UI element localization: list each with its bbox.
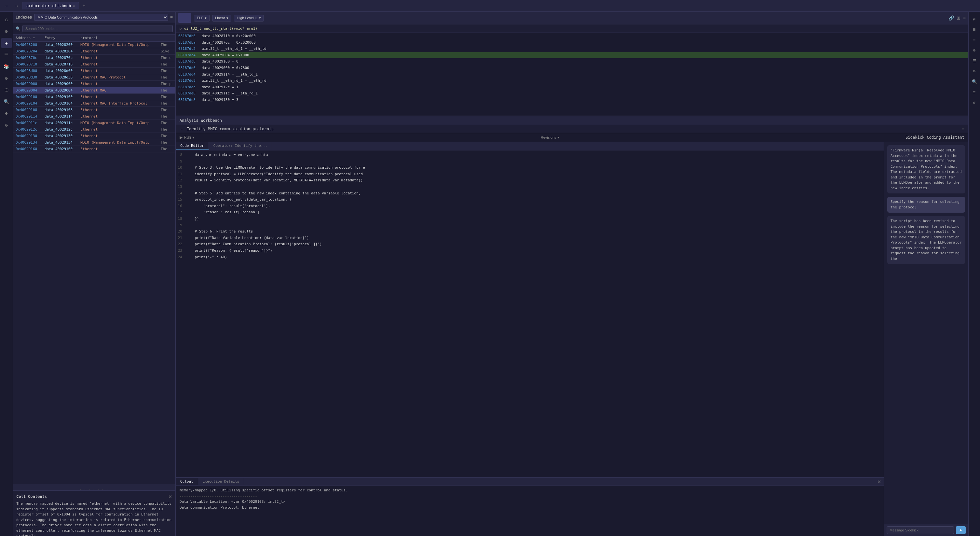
rs-search-icon[interactable]: 🔍 [970,77,979,86]
table-row[interactable]: 0x4002912c data_4002912c Ethernet The [13,126,175,133]
cell-entry: data_40029000 [42,81,78,87]
gear-icon[interactable]: ⚙ [1,73,12,83]
book-icon[interactable]: 📚 [1,61,12,72]
cell-desc: The e [158,55,175,61]
back-nav-button[interactable]: ← [3,2,11,10]
col-entry: Entry [42,35,78,41]
hex-icon[interactable]: ⬡ [1,85,12,95]
col-protocol: protocol [78,35,158,41]
cell-entry: data_40029104 [42,100,78,107]
config-icon[interactable]: ⚙ [1,120,12,130]
rs-grid-icon[interactable]: ⊞ [970,25,979,34]
search-input[interactable] [22,25,173,32]
table-row[interactable]: 0x40028204 data_40028204 Ethernet Give [13,48,175,55]
rs-swap-icon[interactable]: ⇄ [970,14,979,24]
rs-add2-icon[interactable]: ⊕ [970,67,979,75]
hlil-dropdown-icon: ▾ [259,16,261,20]
forward-nav-button[interactable]: → [12,2,21,10]
tab-operator[interactable]: Operator: Identify the... [209,142,272,150]
table-row[interactable]: 0x40028710 data_40028710 Ethernet The [13,61,175,68]
table-row[interactable]: 0x40029160 data_40029160 Ethernet The [13,146,175,152]
line-address: 08187dd4 [176,72,202,78]
sidekick-send-button[interactable]: ➤ [956,526,966,534]
editor-line-number: 18 [176,216,186,222]
sidekick-message-input[interactable] [887,526,954,534]
editor-line: 12 result = identify_protocol(data_var_l… [176,177,884,183]
editor-line: 13 [176,183,884,190]
panel-header: Indexes MMIO Data Communication Protocol… [13,12,175,23]
rs-undo-icon[interactable]: ↺ [970,98,979,107]
link-icon[interactable]: 🔗 [948,15,954,21]
editor-line-number: 11 [176,171,186,177]
table-row[interactable]: 0x40029004 data_40029004 Ethernet MAC Th… [13,87,175,94]
table-row[interactable]: 0x40029100 data_40029100 Ethernet The [13,94,175,100]
search-icon[interactable]: 🔍 [1,96,12,107]
editor-line-code: # Step 3: Use the LLMOperator to identif… [186,165,365,171]
list-icon[interactable]: ☰ [1,49,12,60]
copy-icon[interactable]: ⊞ [956,15,961,21]
table-row[interactable]: 0x40029134 data_40029134 MDIO (Managemen… [13,139,175,146]
database-icon[interactable]: ◈ [1,38,12,48]
cell-desc: The [158,61,175,68]
menu-icon[interactable]: ≡ [963,15,966,21]
cell-address: 0x40029100 [13,94,42,100]
add-icon[interactable]: ⊕ [1,108,12,118]
revisions-button[interactable]: Revisions ▾ [541,136,559,140]
editor-line: 21 print(f"Data Variable Location: {data… [176,235,884,241]
table-row[interactable]: 0x40029104 data_40029104 Ethernet MAC In… [13,100,175,107]
code-toolbar: ELF ▾ Linear ▾ High Level IL ▾ 🔗 ⊞ ≡ [176,12,968,24]
workbench-back-button[interactable]: ← [180,126,184,132]
table-row[interactable]: 0x40028200 data_40028200 MDIO (Managemen… [13,41,175,48]
run-label: Run [184,135,191,140]
cell-protocol: MDIO (Management Data Input/Outp [78,41,158,48]
elf-button[interactable]: ELF ▾ [194,14,210,21]
code-toolbar-right: 🔗 ⊞ ≡ [948,15,966,21]
panel-menu-button[interactable]: ≡ [170,14,173,20]
table-row[interactable]: 0x40028d00 data_40028d00 Ethernet The [13,68,175,74]
editor-line: 22 print(f"Data Communication Protocol: … [176,241,884,247]
tab-output[interactable]: Output [176,478,198,485]
rs-person-icon[interactable]: ⊕ [970,46,979,55]
cell-address: 0x40029004 [13,87,42,94]
home-icon[interactable]: ⌂ [1,14,12,25]
table-row[interactable]: 0x40029130 data_40029130 Ethernet The [13,133,175,139]
tab-execution-details[interactable]: Execution Details [198,478,244,485]
cell-desc: The [158,74,175,81]
code-thumbnail [178,13,191,23]
table-row[interactable]: 0x40029114 data_40029114 Ethernet The [13,113,175,120]
table-row[interactable]: 0x40029108 data_40029108 Ethernet The [13,107,175,113]
code-line: 08187de0 data_4002911c = __eth_rd_1 [176,90,968,97]
cell-protocol: MDIO (Management Data Input/Outp [78,139,158,146]
linear-button[interactable]: Linear ▾ [212,14,231,21]
cell-contents-close[interactable]: ✕ [168,494,172,499]
editor-line-number: 17 [176,209,186,215]
settings-icon[interactable]: ⚙ [1,26,12,37]
rs-menu-icon[interactable]: ≡ [970,87,979,96]
tab-close-icon[interactable]: ✕ [73,4,75,8]
table-row[interactable]: 0x40028d30 data_40028d30 Ethernet MAC Pr… [13,74,175,81]
line-address: 08187de8 [176,97,202,103]
expand-button[interactable]: ▷ [180,27,182,30]
editor-line-number: 16 [176,203,186,209]
sidekick-input-area: ➤ [884,524,968,536]
tab-main[interactable]: arducopter.elf.bndb ✕ [22,2,79,10]
output-content: memory-mapped I/O, utilizing specific of… [176,485,884,536]
workbench-menu-button[interactable]: ≡ [962,126,964,132]
activity-bar: ⌂ ⚙ ◈ ☰ 📚 ⚙ ⬡ 🔍 ⊕ ⚙ [0,12,13,536]
tab-add-button[interactable]: + [80,3,87,9]
cell-desc: The [158,126,175,133]
output-line: Data Variable Location: <var 0x40029108:… [180,499,880,505]
output-close-button[interactable]: ✕ [875,479,884,484]
table-row[interactable]: 0x40029000 data_40029000 Ethernet The p [13,81,175,87]
editor-line-code: "protocol": result['protocol'], [186,203,270,209]
rs-layers-icon[interactable]: ≡ [970,35,979,44]
table-row[interactable]: 0x4002870c data_4002870c Ethernet The e [13,55,175,61]
workbench-content: Code Editor Operator: Identify the... 8 … [176,142,968,536]
table-row[interactable]: 0x4002911c data_4002911c MDIO (Managemen… [13,120,175,126]
tab-code-editor[interactable]: Code Editor [176,142,209,150]
rs-list-icon[interactable]: ☰ [970,56,979,65]
index-selector[interactable]: MMIO Data Communication Protocols [34,14,168,21]
run-button[interactable]: ▶ Run ▾ [180,135,194,140]
cell-address: 0x40028d30 [13,74,42,81]
hlil-button[interactable]: High Level IL ▾ [234,14,264,21]
